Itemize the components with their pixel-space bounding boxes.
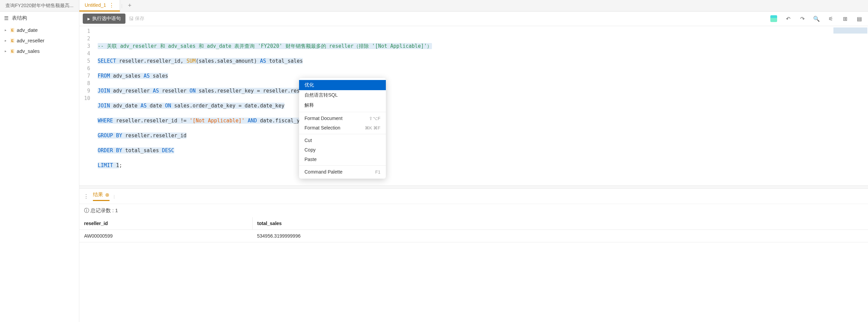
result-tab-label: 结果 xyxy=(93,192,103,198)
code-body[interactable]: -- 关联 adv_reseller 和 adv_sales 和 adv_dat… xyxy=(96,27,868,184)
sidebar-item-adv-date[interactable]: ▸ E adv_date xyxy=(0,25,79,35)
record-count: ⓘ 总记录数 : 1 xyxy=(79,204,868,217)
sidebar: ☰ 表结构 ▸ E adv_date ▸ E adv_reseller ▸ E … xyxy=(0,12,79,322)
menu-explain[interactable]: 解释 xyxy=(299,100,386,110)
close-icon[interactable]: ⊗ xyxy=(105,192,110,198)
line-gutter: 12345678910 xyxy=(79,27,96,184)
save-label: 保存 xyxy=(135,16,144,22)
menu-optimize[interactable]: 优化 xyxy=(299,80,386,90)
minimap[interactable] xyxy=(833,27,867,34)
info-icon: ⓘ xyxy=(84,207,89,214)
divider: | xyxy=(114,194,115,199)
tree-label: adv_date xyxy=(17,27,38,33)
result-tabs: ⋮ 结果 ⊗ | xyxy=(79,189,868,204)
sql-editor[interactable]: 12345678910 -- 关联 adv_reseller 和 adv_sal… xyxy=(79,26,868,185)
menu-command-palette[interactable]: Command Palette F1 xyxy=(299,167,386,177)
context-menu: 优化 自然语言转SQL 解释 Format Document ⇧⌥F Forma… xyxy=(299,78,386,179)
save-button[interactable]: 🖫 保存 xyxy=(129,16,144,22)
entity-badge: E xyxy=(10,28,15,33)
tab-label: 查询FY2020财年中销售额最高... xyxy=(5,3,74,9)
play-icon: ▶ xyxy=(87,17,90,21)
menu-icon[interactable]: ☰ xyxy=(4,15,8,21)
entity-badge: E xyxy=(10,49,15,54)
tab-divider: | xyxy=(121,3,122,8)
avatar[interactable] xyxy=(770,15,778,23)
menu-divider xyxy=(299,134,386,134)
tab-more-icon[interactable]: ⋮ xyxy=(109,2,114,8)
table-row[interactable]: AW00000599 534956.3199999996 xyxy=(79,230,868,242)
chevron-right-icon: ▸ xyxy=(5,28,8,32)
undo-icon[interactable]: ↶ xyxy=(784,15,792,23)
tab-bar: 查询FY2020财年中销售额最高... Untitled_1 ⋮ | + xyxy=(0,0,868,12)
redo-icon[interactable]: ↷ xyxy=(798,15,806,23)
content-area: ▶ 执行选中语句 🖫 保存 ↶ ↷ 🔍 ⚟ ⊞ ▤ 12345678910 xyxy=(79,12,868,322)
sidebar-item-adv-sales[interactable]: ▸ E adv_sales xyxy=(0,46,79,56)
result-tab[interactable]: 结果 ⊗ xyxy=(93,192,110,201)
run-selected-button[interactable]: ▶ 执行选中语句 xyxy=(83,14,125,24)
menu-divider xyxy=(299,165,386,166)
tree-label: adv_reseller xyxy=(17,38,44,43)
run-label: 执行选中语句 xyxy=(92,16,121,22)
menu-copy[interactable]: Copy xyxy=(299,145,386,155)
menu-format-selection[interactable]: Format Selection ⌘K ⌘F xyxy=(299,123,386,133)
sidebar-title: 表结构 xyxy=(12,15,27,21)
panel-separator[interactable] xyxy=(79,185,868,189)
result-more-icon[interactable]: ⋮ xyxy=(83,193,89,200)
tab-untitled-1[interactable]: Untitled_1 ⋮ xyxy=(79,0,120,12)
new-file-icon[interactable]: ⊞ xyxy=(841,15,849,23)
col-total-sales[interactable]: total_sales xyxy=(252,217,868,230)
menu-paste[interactable]: Paste xyxy=(299,155,386,164)
menu-cut[interactable]: Cut xyxy=(299,136,386,145)
menu-nl2sql[interactable]: 自然语言转SQL xyxy=(299,90,386,100)
col-reseller-id[interactable]: reseller_id xyxy=(79,217,252,230)
sidebar-item-adv-reseller[interactable]: ▸ E adv_reseller xyxy=(0,35,79,46)
cell-reseller-id: AW00000599 xyxy=(79,230,252,242)
sidebar-header: ☰ 表结构 xyxy=(0,12,79,25)
chevron-right-icon: ▸ xyxy=(5,39,8,42)
menu-divider xyxy=(299,112,386,112)
filter-icon[interactable]: ⚟ xyxy=(827,15,835,23)
entity-badge: E xyxy=(10,38,15,43)
tab-label: Untitled_1 xyxy=(85,2,106,8)
result-table: reseller_id total_sales AW00000599 53495… xyxy=(79,217,868,242)
save-icon: 🖫 xyxy=(129,16,134,21)
chevron-right-icon: ▸ xyxy=(5,49,8,53)
menu-format-document[interactable]: Format Document ⇧⌥F xyxy=(299,114,386,123)
tab-query-fy2020[interactable]: 查询FY2020财年中销售额最高... xyxy=(0,0,79,12)
search-icon[interactable]: 🔍 xyxy=(812,15,821,23)
add-tab-button[interactable]: + xyxy=(124,2,136,9)
table-header-row: reseller_id total_sales xyxy=(79,217,868,230)
tree-label: adv_sales xyxy=(17,48,40,54)
panel-icon[interactable]: ▤ xyxy=(855,15,863,23)
cell-total-sales: 534956.3199999996 xyxy=(252,230,868,242)
toolbar: ▶ 执行选中语句 🖫 保存 ↶ ↷ 🔍 ⚟ ⊞ ▤ xyxy=(79,12,868,26)
